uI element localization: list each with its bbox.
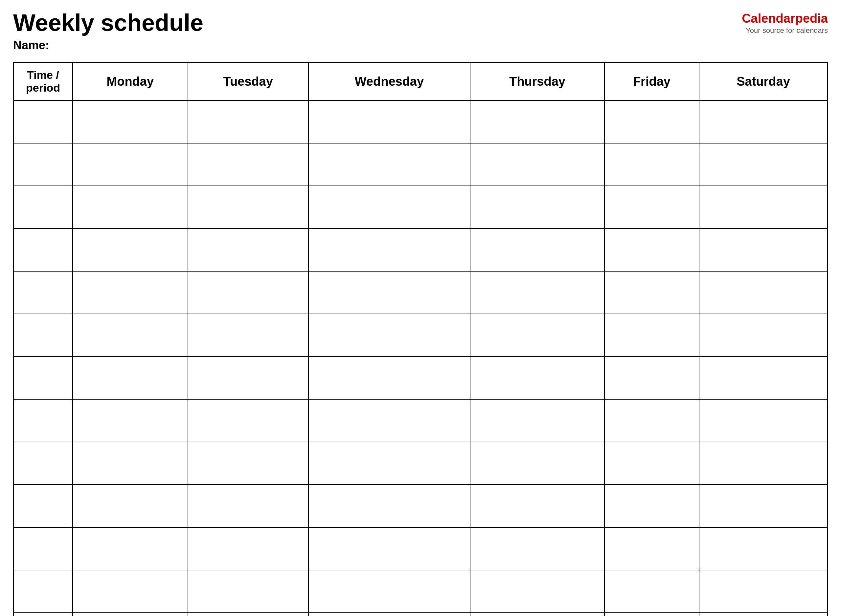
table-row bbox=[13, 442, 828, 485]
table-cell[interactable] bbox=[470, 100, 605, 143]
table-cell[interactable] bbox=[699, 143, 828, 186]
table-cell[interactable] bbox=[699, 399, 828, 442]
table-cell[interactable] bbox=[13, 186, 73, 229]
table-cell[interactable] bbox=[73, 186, 188, 229]
table-cell[interactable] bbox=[605, 442, 699, 485]
logo-black-text: Calendar bbox=[742, 12, 796, 25]
table-cell[interactable] bbox=[188, 485, 308, 527]
table-cell[interactable] bbox=[699, 229, 828, 271]
table-cell[interactable] bbox=[308, 186, 470, 229]
table-cell[interactable] bbox=[13, 314, 73, 356]
table-row bbox=[13, 527, 828, 570]
col-header-time: Time / period bbox=[13, 62, 73, 100]
table-cell[interactable] bbox=[470, 314, 605, 356]
table-cell[interactable] bbox=[308, 143, 470, 186]
table-cell[interactable] bbox=[73, 613, 188, 616]
table-row bbox=[13, 570, 828, 613]
table-cell[interactable] bbox=[13, 613, 73, 616]
table-cell[interactable] bbox=[73, 399, 188, 442]
table-cell[interactable] bbox=[605, 186, 699, 229]
table-cell[interactable] bbox=[308, 485, 470, 527]
table-cell[interactable] bbox=[13, 399, 73, 442]
table-cell[interactable] bbox=[188, 442, 308, 485]
table-cell[interactable] bbox=[188, 399, 308, 442]
table-cell[interactable] bbox=[308, 613, 470, 616]
table-cell[interactable] bbox=[13, 100, 73, 143]
table-cell[interactable] bbox=[13, 570, 73, 613]
table-cell[interactable] bbox=[699, 100, 828, 143]
table-cell[interactable] bbox=[308, 442, 470, 485]
table-cell[interactable] bbox=[308, 314, 470, 356]
table-cell[interactable] bbox=[308, 570, 470, 613]
table-cell[interactable] bbox=[699, 442, 828, 485]
table-cell[interactable] bbox=[308, 229, 470, 271]
table-cell[interactable] bbox=[188, 314, 308, 356]
table-cell[interactable] bbox=[605, 399, 699, 442]
table-cell[interactable] bbox=[308, 356, 470, 399]
table-cell[interactable] bbox=[470, 527, 605, 570]
table-cell[interactable] bbox=[470, 229, 605, 271]
table-cell[interactable] bbox=[308, 271, 470, 314]
table-cell[interactable] bbox=[188, 356, 308, 399]
col-header-wednesday: Wednesday bbox=[308, 62, 470, 100]
table-cell[interactable] bbox=[605, 143, 699, 186]
table-cell[interactable] bbox=[605, 527, 699, 570]
table-cell[interactable] bbox=[605, 613, 699, 616]
table-cell[interactable] bbox=[470, 356, 605, 399]
table-cell[interactable] bbox=[605, 229, 699, 271]
table-cell[interactable] bbox=[13, 485, 73, 527]
table-cell[interactable] bbox=[188, 271, 308, 314]
table-cell[interactable] bbox=[699, 485, 828, 527]
table-cell[interactable] bbox=[188, 100, 308, 143]
table-cell[interactable] bbox=[308, 100, 470, 143]
table-cell[interactable] bbox=[188, 229, 308, 271]
table-cell[interactable] bbox=[699, 613, 828, 616]
table-cell[interactable] bbox=[188, 527, 308, 570]
table-cell[interactable] bbox=[73, 485, 188, 527]
table-cell[interactable] bbox=[308, 399, 470, 442]
table-cell[interactable] bbox=[470, 613, 605, 616]
table-cell[interactable] bbox=[470, 485, 605, 527]
table-cell[interactable] bbox=[605, 314, 699, 356]
table-cell[interactable] bbox=[188, 570, 308, 613]
table-cell[interactable] bbox=[699, 356, 828, 399]
table-cell[interactable] bbox=[699, 186, 828, 229]
table-cell[interactable] bbox=[13, 229, 73, 271]
table-cell[interactable] bbox=[73, 271, 188, 314]
table-cell[interactable] bbox=[699, 314, 828, 356]
table-cell[interactable] bbox=[73, 442, 188, 485]
table-cell[interactable] bbox=[605, 570, 699, 613]
page-header: Weekly schedule Name: Calendarpedia Your… bbox=[13, 10, 828, 52]
table-cell[interactable] bbox=[73, 527, 188, 570]
table-cell[interactable] bbox=[605, 271, 699, 314]
table-cell[interactable] bbox=[73, 229, 188, 271]
table-cell[interactable] bbox=[73, 314, 188, 356]
table-cell[interactable] bbox=[605, 356, 699, 399]
table-cell[interactable] bbox=[470, 570, 605, 613]
table-cell[interactable] bbox=[470, 399, 605, 442]
table-cell[interactable] bbox=[13, 442, 73, 485]
table-cell[interactable] bbox=[470, 143, 605, 186]
table-cell[interactable] bbox=[13, 143, 73, 186]
table-cell[interactable] bbox=[699, 527, 828, 570]
logo-red-text: pedia bbox=[796, 12, 828, 25]
table-cell[interactable] bbox=[470, 442, 605, 485]
table-cell[interactable] bbox=[699, 570, 828, 613]
table-cell[interactable] bbox=[605, 485, 699, 527]
table-cell[interactable] bbox=[73, 570, 188, 613]
table-cell[interactable] bbox=[188, 186, 308, 229]
table-cell[interactable] bbox=[73, 143, 188, 186]
table-cell[interactable] bbox=[13, 527, 73, 570]
table-cell[interactable] bbox=[470, 186, 605, 229]
table-cell[interactable] bbox=[73, 356, 188, 399]
table-cell[interactable] bbox=[308, 527, 470, 570]
table-cell[interactable] bbox=[605, 100, 699, 143]
table-cell[interactable] bbox=[73, 100, 188, 143]
table-cell[interactable] bbox=[13, 271, 73, 314]
table-cell[interactable] bbox=[188, 143, 308, 186]
col-header-saturday: Saturday bbox=[699, 62, 828, 100]
table-cell[interactable] bbox=[699, 271, 828, 314]
table-cell[interactable] bbox=[188, 613, 308, 616]
table-cell[interactable] bbox=[13, 356, 73, 399]
table-cell[interactable] bbox=[470, 271, 605, 314]
